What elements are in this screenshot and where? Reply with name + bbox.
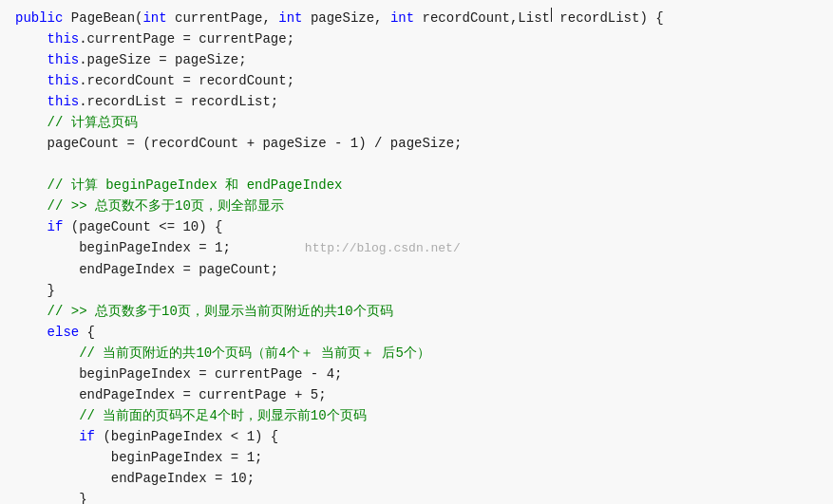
code-line-4: this.recordCount = recordCount; [0,70,833,91]
code-line-13: endPageIndex = pageCount; [0,259,833,280]
code-line-18: beginPageIndex = currentPage - 4; [0,364,833,384]
code-line-20: // 当前面的页码不足4个时，则显示前10个页码 [0,405,833,426]
code-line-5: this.recordList = recordList; [0,91,833,112]
code-line-12: beginPageIndex = 1; http://blog.csdn.net… [0,237,833,259]
code-line-6: // 计算总页码 [0,112,833,133]
keyword-public: public [15,8,63,28]
code-editor: public PageBean(int currentPage, int pag… [0,0,833,504]
code-line-21: if (beginPageIndex < 1) { [0,426,833,447]
code-line-14: } [0,280,833,301]
code-line-15: // >> 总页数多于10页，则显示当前页附近的共10个页码 [0,301,833,322]
code-line-2: this.currentPage = currentPage; [0,28,833,49]
code-line-24: } [0,489,833,504]
code-line-7: pageCount = (recordCount + pageSize - 1)… [0,133,833,154]
code-line-19: endPageIndex = currentPage + 5; [0,384,833,405]
code-line-23: endPageIndex = 10; [0,468,833,489]
code-line-11: if (pageCount <= 10) { [0,216,833,237]
code-line-16: else { [0,322,833,343]
code-line-9: // 计算 beginPageIndex 和 endPageIndex [0,175,833,196]
code-line-3: this.pageSize = pageSize; [0,49,833,70]
code-line-8 [0,154,833,175]
watermark: http://blog.csdn.net/ [231,238,461,259]
code-line-1: public PageBean(int currentPage, int pag… [0,8,833,28]
code-line-22: beginPageIndex = 1; [0,447,833,468]
code-line-17: // 当前页附近的共10个页码（前4个＋ 当前页＋ 后5个） [0,343,833,364]
code-line-10: // >> 总页数不多于10页，则全部显示 [0,196,833,216]
